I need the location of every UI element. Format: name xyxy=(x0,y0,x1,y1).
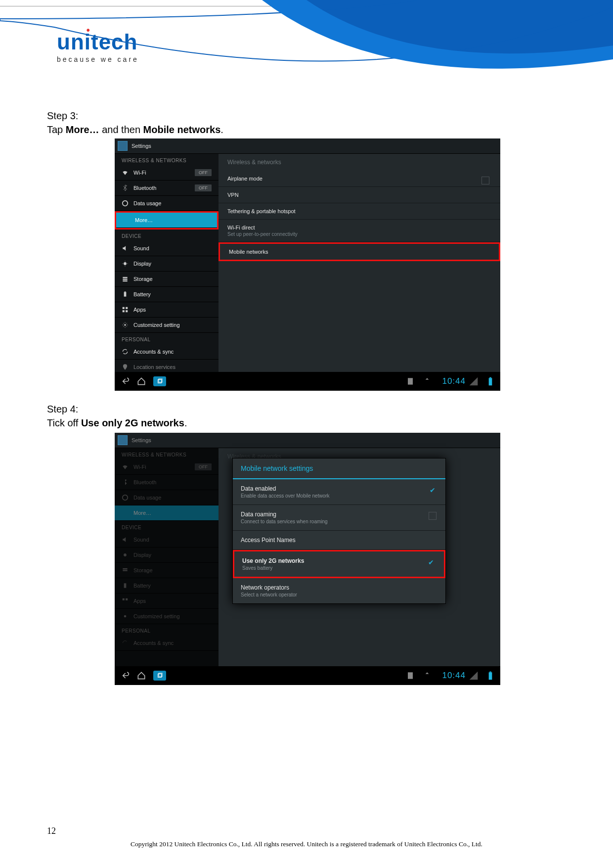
svg-rect-2 xyxy=(123,277,127,278)
sidebar-bluetooth[interactable]: Bluetooth OFF xyxy=(115,181,219,196)
sync-icon xyxy=(122,640,129,646)
svg-rect-23 xyxy=(126,598,128,600)
svg-point-11 xyxy=(124,324,126,326)
sidebar-more: More… xyxy=(115,505,219,521)
svg-rect-10 xyxy=(126,310,128,312)
sidebar-display: Display xyxy=(115,548,219,563)
apps-icon xyxy=(122,306,129,313)
logo-text-un: un xyxy=(57,30,85,54)
page-header: un•itech because we care xyxy=(0,0,613,104)
sidebar-sound: Sound xyxy=(115,532,219,548)
svg-rect-14 xyxy=(408,378,413,384)
wifi-icon xyxy=(122,463,129,470)
sidebar-wifi: Wi-FiOFF xyxy=(115,459,219,475)
gear-icon xyxy=(122,321,129,328)
row-wifidirect[interactable]: Wi-Fi direct Set up peer-to-peer connect… xyxy=(219,220,500,242)
category-personal: PERSONAL xyxy=(115,333,219,344)
bt-toggle[interactable]: OFF xyxy=(195,184,212,191)
wifi-toggle[interactable]: OFF xyxy=(195,169,212,176)
home-icon[interactable] xyxy=(136,376,146,386)
status-clock: 10:44 xyxy=(442,376,466,386)
sidebar-customized[interactable]: Customized setting xyxy=(115,318,219,333)
sidebar-more[interactable]: More… xyxy=(116,213,217,228)
recent-apps-icon[interactable] xyxy=(153,671,166,681)
settings-titlebar-2: Settings xyxy=(115,433,500,448)
sidebar-battery[interactable]: Battery xyxy=(115,287,219,302)
airplane-checkbox[interactable] xyxy=(482,177,489,184)
mobile-network-dialog: Mobile network settings Data enabled Ena… xyxy=(232,458,446,604)
sidebar-sound[interactable]: Sound xyxy=(115,241,219,256)
settings-app-icon xyxy=(118,435,128,445)
logo: un•itech because we care xyxy=(57,30,139,63)
settings-titlebar: Settings xyxy=(115,138,500,154)
page-number: 12 xyxy=(47,826,56,836)
sidebar-battery: Battery xyxy=(115,578,219,594)
row-data-roaming[interactable]: Data roaming Connect to data services wh… xyxy=(233,505,445,531)
svg-point-24 xyxy=(124,615,127,618)
sidebar-datausage[interactable]: Data usage xyxy=(115,196,219,211)
status-battery-icon xyxy=(485,376,495,386)
sidebar-customized: Customized setting xyxy=(115,609,219,624)
sidebar-accounts[interactable]: Accounts & sync xyxy=(115,344,219,360)
sidebar-wifi[interactable]: Wi-Fi OFF xyxy=(115,165,219,181)
screenshot-step3: Settings WIRELESS & NETWORKS Wi-Fi OFF B… xyxy=(115,138,500,391)
sidebar-datausage: Data usage xyxy=(115,490,219,505)
status-sd-icon xyxy=(405,671,415,681)
apps-icon xyxy=(122,597,129,604)
recent-apps-icon[interactable] xyxy=(153,376,166,386)
status-clock: 10:44 xyxy=(442,671,466,681)
status-battery-icon xyxy=(485,671,495,681)
android-navbar: 10:44 xyxy=(115,666,500,685)
sidebar-storage: Storage xyxy=(115,563,219,578)
svg-rect-28 xyxy=(489,672,492,680)
svg-point-18 xyxy=(124,553,127,556)
svg-point-1 xyxy=(124,262,127,265)
svg-rect-15 xyxy=(489,378,492,385)
row-use-2g[interactable]: Use only 2G networks Saves battery ✔ xyxy=(234,551,444,577)
settings-detail-dim: Wireless & networks Mobile network setti… xyxy=(219,448,500,668)
data-enabled-checkbox[interactable]: ✔ xyxy=(430,486,437,493)
detail-header: Wireless & networks xyxy=(219,154,500,171)
sidebar-accounts: Accounts & sync xyxy=(115,636,219,651)
row-tethering[interactable]: Tethering & portable hotspot xyxy=(219,203,500,220)
location-icon xyxy=(122,364,129,370)
row-network-operators[interactable]: Network operators Select a network opera… xyxy=(233,578,445,603)
home-icon[interactable] xyxy=(136,671,146,681)
sidebar-display[interactable]: Display xyxy=(115,256,219,272)
status-usb-icon xyxy=(422,376,432,386)
row-vpn[interactable]: VPN xyxy=(219,187,500,203)
row-airplane[interactable]: Airplane mode xyxy=(219,171,500,187)
row-mobile-networks[interactable]: Mobile networks xyxy=(220,244,499,260)
bluetooth-icon xyxy=(122,479,129,486)
svg-rect-6 xyxy=(125,291,126,292)
settings-detail: Wireless & networks Airplane mode VPN Te… xyxy=(219,154,500,373)
svg-rect-29 xyxy=(489,672,491,673)
gear-icon xyxy=(122,613,129,620)
svg-rect-16 xyxy=(489,377,491,378)
svg-rect-5 xyxy=(124,292,127,296)
use-2g-checkbox[interactable]: ✔ xyxy=(428,558,435,565)
row-data-enabled[interactable]: Data enabled Enable data access over Mob… xyxy=(233,479,445,505)
back-icon[interactable] xyxy=(120,376,130,386)
android-navbar: 10:44 xyxy=(115,372,500,391)
sound-icon xyxy=(122,245,129,252)
sidebar-apps[interactable]: Apps xyxy=(115,302,219,318)
highlight-more: More… xyxy=(115,211,219,229)
display-icon xyxy=(122,260,129,267)
svg-rect-22 xyxy=(123,598,125,600)
dialog-title: Mobile network settings xyxy=(233,458,445,479)
storage-icon xyxy=(122,275,129,282)
sidebar-storage[interactable]: Storage xyxy=(115,272,219,287)
status-signal-icon xyxy=(469,376,479,386)
svg-rect-21 xyxy=(124,583,127,588)
data-usage-icon xyxy=(122,494,129,501)
storage-icon xyxy=(122,567,129,574)
row-apn[interactable]: Access Point Names xyxy=(233,531,445,550)
settings-title: Settings xyxy=(131,437,151,443)
display-icon xyxy=(122,551,129,558)
back-icon[interactable] xyxy=(120,671,130,681)
data-roaming-checkbox[interactable] xyxy=(429,512,437,520)
settings-app-icon xyxy=(118,141,128,151)
settings-sidebar-dim: WIRELESS & NETWORKS Wi-FiOFF Bluetooth D… xyxy=(115,448,219,668)
wifi-icon xyxy=(122,169,129,176)
